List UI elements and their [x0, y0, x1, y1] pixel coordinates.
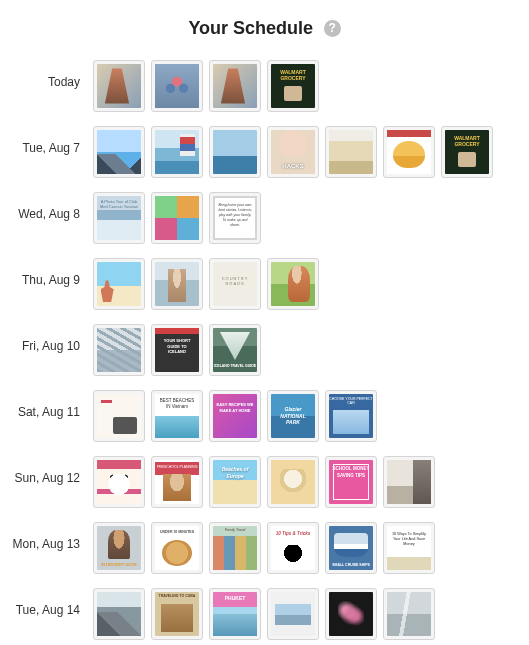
- scheduled-post-thumb[interactable]: [93, 390, 145, 442]
- thumb-image: [271, 592, 315, 636]
- schedule-header: Your Schedule ?: [0, 0, 529, 53]
- thumb-image: [213, 394, 257, 438]
- thumb-image: [97, 460, 141, 504]
- thumb-image: [97, 328, 141, 372]
- scheduled-post-thumb[interactable]: [209, 126, 261, 178]
- thumb-image: [155, 526, 199, 570]
- scheduled-post-thumb[interactable]: [383, 126, 435, 178]
- scheduled-post-thumb[interactable]: [209, 456, 261, 508]
- scheduled-post-thumb[interactable]: [209, 522, 261, 574]
- scheduled-post-thumb[interactable]: [151, 390, 203, 442]
- scheduled-post-thumb[interactable]: [325, 456, 377, 508]
- scheduled-post-thumb[interactable]: [209, 258, 261, 310]
- page-title: Your Schedule: [188, 18, 313, 39]
- thumb-image: [213, 328, 257, 372]
- scheduled-post-thumb[interactable]: [93, 126, 145, 178]
- scheduled-post-thumb[interactable]: [383, 456, 435, 508]
- scheduled-post-thumb[interactable]: [267, 522, 319, 574]
- day-label: Tue, Aug 14: [0, 585, 90, 617]
- scheduled-post-thumb[interactable]: [209, 588, 261, 640]
- scheduled-post-thumb[interactable]: [325, 522, 377, 574]
- scheduled-post-thumb[interactable]: [267, 390, 319, 442]
- scheduled-post-thumb[interactable]: [209, 60, 261, 112]
- scheduled-post-thumb[interactable]: [441, 126, 493, 178]
- scheduled-post-thumb[interactable]: [93, 522, 145, 574]
- thumb-image: [387, 592, 431, 636]
- day-thumbs: [90, 123, 529, 181]
- thumb-image: [155, 592, 199, 636]
- day-thumbs: [90, 189, 529, 247]
- scheduled-post-thumb[interactable]: [151, 60, 203, 112]
- day-thumbs: [90, 387, 529, 445]
- thumb-image: [155, 394, 199, 438]
- day-thumbs: [90, 255, 529, 313]
- thumb-image: [97, 526, 141, 570]
- thumb-image: [213, 460, 257, 504]
- schedule-row: Today: [0, 53, 529, 119]
- day-label: Today: [0, 57, 90, 89]
- scheduled-post-thumb[interactable]: [93, 60, 145, 112]
- schedule-row: Mon, Aug 13: [0, 515, 529, 581]
- thumb-image: [213, 526, 257, 570]
- thumb-image: [155, 262, 199, 306]
- day-label: Sun, Aug 12: [0, 453, 90, 485]
- thumb-image: [329, 460, 373, 504]
- schedule-row: Sun, Aug 12: [0, 449, 529, 515]
- scheduled-post-thumb[interactable]: [267, 588, 319, 640]
- day-label: Thu, Aug 9: [0, 255, 90, 287]
- thumb-image: [155, 64, 199, 108]
- scheduled-post-thumb[interactable]: [325, 588, 377, 640]
- day-label: Wed, Aug 8: [0, 189, 90, 221]
- thumb-image: [387, 526, 431, 570]
- scheduled-post-thumb[interactable]: [267, 60, 319, 112]
- day-thumbs: [90, 57, 529, 115]
- scheduled-post-thumb[interactable]: [383, 588, 435, 640]
- schedule-row: Sat, Aug 11: [0, 383, 529, 449]
- day-thumbs: [90, 321, 529, 379]
- scheduled-post-thumb[interactable]: [267, 456, 319, 508]
- scheduled-post-thumb[interactable]: [93, 588, 145, 640]
- day-thumbs: [90, 585, 529, 643]
- thumb-image: [97, 64, 141, 108]
- scheduled-post-thumb[interactable]: [325, 390, 377, 442]
- scheduled-post-thumb[interactable]: [151, 258, 203, 310]
- thumb-image: [387, 130, 431, 174]
- schedule-scroll[interactable]: Your Schedule ? TodayTue, Aug 7Wed, Aug …: [0, 0, 529, 645]
- scheduled-post-thumb[interactable]: [151, 456, 203, 508]
- thumb-image: [329, 592, 373, 636]
- schedule-rows: TodayTue, Aug 7Wed, Aug 8Thu, Aug 9Fri, …: [0, 53, 529, 645]
- thumb-image: [97, 130, 141, 174]
- scheduled-post-thumb[interactable]: [93, 192, 145, 244]
- schedule-row: Tue, Aug 14: [0, 581, 529, 645]
- schedule-row: Wed, Aug 8: [0, 185, 529, 251]
- thumb-image: [155, 328, 199, 372]
- scheduled-post-thumb[interactable]: [325, 126, 377, 178]
- scheduled-post-thumb[interactable]: [209, 324, 261, 376]
- scheduled-post-thumb[interactable]: [93, 324, 145, 376]
- help-icon[interactable]: ?: [324, 20, 341, 37]
- thumb-image: [271, 526, 315, 570]
- scheduled-post-thumb[interactable]: [93, 258, 145, 310]
- thumb-image: [213, 196, 257, 240]
- thumb-image: [213, 262, 257, 306]
- day-label: Tue, Aug 7: [0, 123, 90, 155]
- scheduled-post-thumb[interactable]: [151, 192, 203, 244]
- scheduled-post-thumb[interactable]: [151, 522, 203, 574]
- day-label: Sat, Aug 11: [0, 387, 90, 419]
- scheduled-post-thumb[interactable]: [151, 324, 203, 376]
- day-thumbs: [90, 519, 529, 577]
- scheduled-post-thumb[interactable]: [383, 522, 435, 574]
- schedule-row: Fri, Aug 10: [0, 317, 529, 383]
- thumb-image: [155, 460, 199, 504]
- thumb-image: [271, 262, 315, 306]
- scheduled-post-thumb[interactable]: [209, 390, 261, 442]
- scheduled-post-thumb[interactable]: [93, 456, 145, 508]
- scheduled-post-thumb[interactable]: [151, 126, 203, 178]
- scheduled-post-thumb[interactable]: [151, 588, 203, 640]
- scheduled-post-thumb[interactable]: [267, 126, 319, 178]
- thumb-image: [97, 196, 141, 240]
- scheduled-post-thumb[interactable]: [209, 192, 261, 244]
- thumb-image: [271, 394, 315, 438]
- scheduled-post-thumb[interactable]: [267, 258, 319, 310]
- thumb-image: [329, 394, 373, 438]
